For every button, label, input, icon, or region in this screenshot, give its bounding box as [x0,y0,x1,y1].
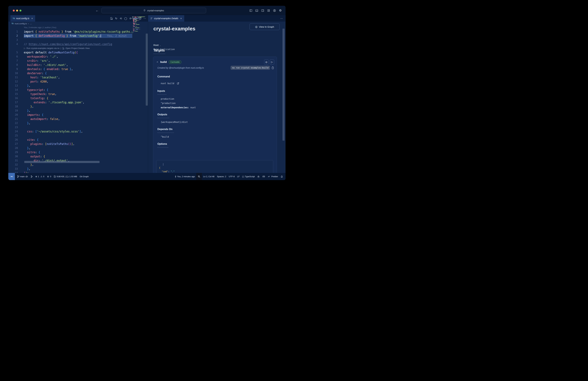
code-line-13[interactable]: 13 }, [8,84,148,88]
code-line-25[interactable]: 25 [8,134,148,138]
code-line-33[interactable]: 33 }, [8,167,148,171]
code-line-12[interactable]: 12 port: 4200, [8,80,148,84]
line-content: import { defineNuxtConfig } from 'nuxt/c… [24,34,132,38]
encoding-item[interactable]: UTF-8 [228,175,236,178]
code-line-19[interactable]: 19 }, [8,109,148,113]
zoom-status-item[interactable] [196,173,202,180]
history-back-icon[interactable]: ← [96,9,99,12]
code-line-5[interactable]: 5export default defineNuxtConfig({ [8,50,148,55]
tab-nuxt-config[interactable]: TS nuxt.config.ts ✕ [10,15,35,22]
run-target-button[interactable]: ▷ [270,59,274,65]
codelens-open-link[interactable]: Open Project Details View [65,46,90,50]
run-command-chip[interactable]: nx run crystal-examples:build [231,66,270,70]
code-line-24[interactable]: 24 css: ['~/assets/css/styles.scss'], [8,129,148,134]
ln-col-text: Ln 2, Col 48 [203,175,214,178]
codelens-run-link[interactable]: Run crystal-examples targets via nx [26,46,60,50]
collapse-chevron-icon[interactable] [156,61,158,63]
panel-more-actions-icon[interactable]: ⋯ [280,15,283,22]
copilot-status-icon[interactable] [261,175,266,178]
code-line-18[interactable]: 18 }, [8,104,148,109]
eol-item[interactable]: LF [236,175,241,178]
line-number: 9 [12,67,18,71]
account-icon[interactable] [273,9,276,12]
view-in-graph-button[interactable]: ◎ View In Graph [250,23,280,30]
code-line-27[interactable]: 27 plugins: [nxViteTsPaths()], [8,142,148,146]
code-line-23[interactable]: 23 [8,125,148,129]
refresh-icon[interactable]: ↻ [115,17,117,20]
code-line-26[interactable]: 26 vite: { [8,138,148,142]
settings-gear-icon[interactable]: ⚙ [279,9,282,12]
panel-vertical-scrollbar[interactable] [282,29,285,141]
cursor-position-item[interactable]: Ln 2, Col 48 [202,175,216,178]
code-line-32[interactable]: 32 }, [8,163,148,167]
git-graph-status-icon[interactable] [29,175,34,178]
code-line-14[interactable]: 14 typescript: { [8,88,148,92]
code-line-11[interactable]: 11 host: 'localhost', [8,75,148,80]
code-line-34[interactable]: 34}); [8,171,148,173]
target-name[interactable]: build [160,61,167,64]
options-code-box[interactable]: { "cwd": "." } [156,160,273,173]
command-value[interactable]: nuxt build [161,82,179,85]
minimap[interactable] [132,17,146,37]
code-line-30[interactable]: 30 output: { [8,154,148,158]
code-line-7[interactable]: 7 srcDir: 'src', [8,59,148,63]
tab-project-details[interactable]: crystal-examples Details ✕ [148,15,184,22]
external-link-icon[interactable] [177,82,179,85]
close-window-button[interactable] [13,10,15,12]
editor-vertical-scrollbar[interactable] [146,34,148,106]
close-tab-icon[interactable]: ✕ [31,17,33,20]
ports-item[interactable]: 0 [45,175,52,178]
previous-change-icon[interactable]: ⟲ [120,17,122,20]
editor-horizontal-scrollbar[interactable] [24,161,100,163]
notifications-item[interactable] [279,175,284,178]
remote-indicator-button[interactable]: >< [8,173,15,180]
code-editor[interactable]: You, 3 minutes ago | 1 author (You)1impo… [8,25,148,173]
code-line-22[interactable]: 22 }, [8,121,148,125]
code-line-16[interactable]: 16 tsConfig: { [8,96,148,100]
code-line-10[interactable]: 10 devServer: { [8,71,148,75]
view-target-in-graph-button[interactable]: ◎ [264,59,269,65]
indentation-item[interactable]: Spaces: 2 [216,175,228,178]
git-branch-item[interactable]: main [16,175,29,178]
language-mode-item[interactable]: { } TypeScript [241,175,256,178]
open-project-details-icon[interactable] [110,17,113,20]
code-line-15[interactable]: 15 typeCheck: true, [8,92,148,96]
code-line-21[interactable]: 21 autoImport: false, [8,117,148,121]
code-line-1[interactable]: 1import { nxViteTsPaths } from '@nx/vite… [8,30,148,34]
code-line-29[interactable]: 29 nitro: { [8,150,148,154]
code-line-3[interactable]: 3 [8,38,148,42]
code-line-9[interactable]: 9 devtools: { enabled: true }, [8,67,148,71]
code-line-20[interactable]: 20 imports: { [8,113,148,117]
code-line-8[interactable]: 8 buildDir: './dist/.nuxt', [8,63,148,67]
run-target-play-icon[interactable]: ▷ [24,46,25,50]
copy-icon[interactable] [272,66,274,69]
command-center-search[interactable]: crystal-examples [102,8,206,13]
blame-item[interactable]: You, 2 minutes ago [173,175,196,178]
blame-header-row[interactable]: You, 3 minutes ago | 1 author (You) [8,25,148,30]
close-panel-tab-icon[interactable]: ✕ [180,17,182,20]
file-size-item[interactable]: 9.88 KB | 1.03 MB [52,175,78,178]
breadcrumb-file[interactable]: nuxt.config.ts [15,22,27,25]
code-line-4[interactable]: 4// https://nuxt.com/docs/api/configurat… [8,42,148,46]
toggle-primary-sidebar-icon[interactable] [250,9,252,12]
next-change-icon[interactable]: ⟳ [130,17,132,20]
customize-layout-icon[interactable] [267,9,270,12]
code-line-28[interactable]: 28 }, [8,146,148,150]
breadcrumb[interactable]: TS nuxt.config.ts › … [12,22,32,25]
project-details-icon[interactable] [62,47,64,49]
problems-item[interactable]: ⊗1 ⚠0 [34,175,45,178]
git-graph-button[interactable]: Git Graph [79,175,90,178]
extension-status-icon[interactable] [256,175,261,178]
code-line-2[interactable]: 2import { defineNuxtConfig } from 'nuxt/… [8,34,148,38]
codelens-row[interactable]: ▷Run crystal-examples targets via nx|Ope… [8,46,148,50]
code-line-17[interactable]: 17 extends: './tsconfig.app.json', [8,100,148,104]
prettier-item[interactable]: ✓✓ Prettier [266,175,279,178]
zoom-window-button[interactable] [20,10,21,12]
breadcrumb-more[interactable]: … [30,22,32,25]
toggle-panel-icon[interactable] [255,9,258,12]
code-line-6[interactable]: 6 workspaceDir: './', [8,55,148,59]
line-number: 8 [12,63,18,67]
toggle-secondary-sidebar-icon[interactable] [261,9,264,12]
minimize-window-button[interactable] [16,10,18,12]
current-change-icon[interactable]: ◯ [124,17,127,20]
